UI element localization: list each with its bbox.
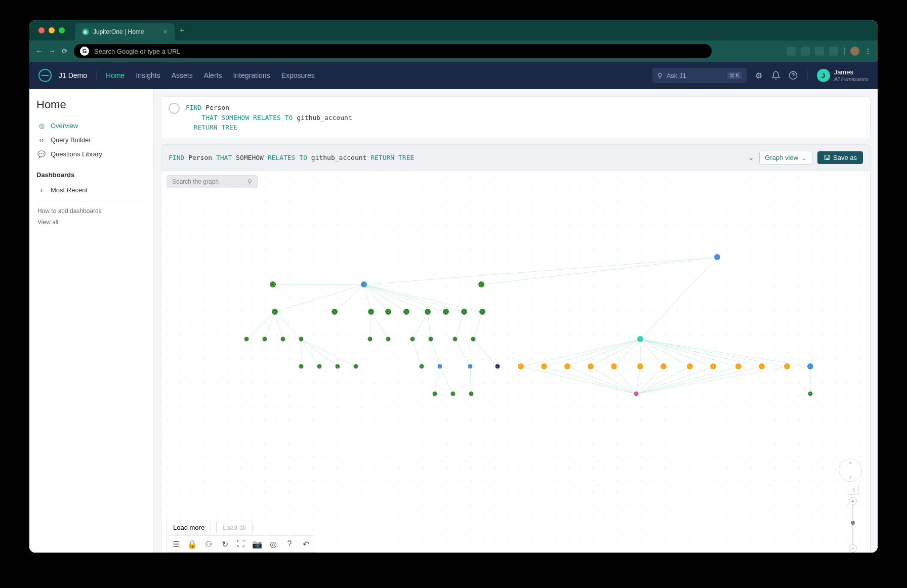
pan-control[interactable]: [839, 458, 862, 482]
load-more-button[interactable]: Load more: [167, 521, 211, 534]
user-menu[interactable]: J James All Permissions: [817, 68, 869, 82]
target-icon[interactable]: ◎: [266, 538, 280, 550]
graph-node[interactable]: [541, 363, 547, 369]
ask-input[interactable]: ⚲ Ask J1 ⌘ K: [652, 68, 747, 83]
graph-node[interactable]: [471, 337, 476, 341]
graph-node[interactable]: [451, 391, 456, 396]
graph-node[interactable]: [361, 281, 367, 287]
extension-icon[interactable]: [787, 47, 796, 56]
graph-node[interactable]: [270, 281, 276, 287]
nav-item-assets[interactable]: Assets: [172, 71, 193, 79]
forward-button[interactable]: →: [49, 47, 56, 55]
graph-node[interactable]: [443, 309, 449, 315]
filter-icon[interactable]: ☰: [169, 538, 183, 550]
graph-node[interactable]: [403, 309, 409, 315]
extension-icon[interactable]: [815, 47, 824, 56]
graph-node[interactable]: [385, 309, 391, 315]
load-all-button[interactable]: Load all: [216, 521, 253, 534]
graph-node[interactable]: [299, 364, 304, 368]
graph-node[interactable]: [637, 336, 643, 342]
browser-tab[interactable]: ◐ JupiterOne | Home ×: [75, 23, 175, 40]
bell-icon[interactable]: [771, 70, 781, 80]
browser-menu-icon[interactable]: ⋮: [864, 47, 872, 55]
graph-node[interactable]: [808, 391, 813, 396]
reset-view-button[interactable]: ⌂: [848, 484, 859, 495]
sidebar-link[interactable]: View all: [36, 217, 146, 228]
sidebar-item-overview[interactable]: ◎Overview: [36, 118, 146, 133]
graph-node[interactable]: [611, 363, 617, 369]
camera-icon[interactable]: 📷: [250, 538, 264, 550]
graph-node[interactable]: [468, 364, 473, 368]
graph-node[interactable]: [479, 309, 485, 315]
graph-node[interactable]: [281, 337, 285, 341]
graph-node[interactable]: [317, 364, 322, 368]
graph-node[interactable]: [807, 363, 813, 369]
url-input[interactable]: G Search Google or type a URL: [74, 44, 712, 58]
graph-node[interactable]: [368, 337, 373, 341]
graph-canvas[interactable]: Search the graph ⚲ Load more Load all ☰🔒…: [161, 171, 871, 553]
graph-node[interactable]: [244, 337, 249, 341]
nav-item-exposures[interactable]: Exposures: [281, 71, 315, 79]
graph-node[interactable]: [438, 364, 442, 368]
minimize-window[interactable]: [49, 27, 55, 33]
graph-node[interactable]: [564, 363, 570, 369]
new-tab-button[interactable]: +: [180, 26, 184, 35]
nav-item-alerts[interactable]: Alerts: [204, 71, 222, 79]
graph-node[interactable]: [714, 254, 720, 260]
graph-node[interactable]: [469, 391, 474, 396]
graph-node[interactable]: [368, 309, 374, 315]
graph-node[interactable]: [759, 363, 765, 369]
profile-avatar[interactable]: [850, 47, 859, 56]
nav-item-home[interactable]: Home: [106, 71, 125, 79]
graph-node[interactable]: [637, 363, 643, 369]
dashboard-item[interactable]: ›Most Recent: [36, 183, 146, 197]
tree-icon[interactable]: ⚇: [201, 538, 216, 550]
graph-node[interactable]: [735, 363, 741, 369]
graph-node[interactable]: [687, 363, 693, 369]
help-icon[interactable]: [788, 70, 798, 80]
nav-item-insights[interactable]: Insights: [136, 71, 160, 79]
settings-icon[interactable]: ⚙: [754, 70, 764, 80]
save-as-button[interactable]: 🖫 Save as: [817, 151, 863, 164]
graph-node[interactable]: [263, 337, 267, 341]
back-button[interactable]: ←: [35, 47, 43, 55]
sidebar-item-query-builder[interactable]: ‹›Query Builder: [36, 133, 146, 147]
chevron-down-icon[interactable]: ⌄: [748, 153, 754, 161]
graph-node[interactable]: [425, 309, 431, 315]
close-tab-icon[interactable]: ×: [163, 28, 168, 36]
graph-node[interactable]: [634, 391, 639, 396]
help-icon[interactable]: ?: [282, 538, 297, 550]
graph-node[interactable]: [478, 281, 484, 287]
nav-item-integrations[interactable]: Integrations: [233, 71, 270, 79]
graph-node[interactable]: [420, 364, 424, 368]
graph-node[interactable]: [332, 309, 338, 315]
zoom-out-button[interactable]: −: [849, 544, 857, 553]
graph-node[interactable]: [453, 337, 458, 341]
graph-search-input[interactable]: Search the graph ⚲: [167, 175, 258, 188]
reload-button[interactable]: ⟳: [62, 47, 68, 55]
extension-icon[interactable]: [829, 47, 838, 56]
maximize-window[interactable]: [59, 27, 65, 33]
graph-node[interactable]: [429, 337, 433, 341]
lock-icon[interactable]: 🔒: [185, 538, 199, 550]
refresh-icon[interactable]: ↻: [218, 538, 232, 550]
graph-node[interactable]: [518, 363, 524, 369]
close-window[interactable]: [38, 27, 45, 33]
graph-node[interactable]: [588, 363, 594, 369]
graph-node[interactable]: [784, 363, 790, 369]
graph-node[interactable]: [354, 364, 358, 368]
graph-node[interactable]: [410, 337, 415, 341]
graph-node[interactable]: [336, 364, 340, 368]
sidebar-item-questions-library[interactable]: 💬Questions Library: [36, 147, 146, 161]
graph-node[interactable]: [299, 337, 304, 341]
graph-node[interactable]: [496, 364, 500, 368]
graph-node[interactable]: [461, 309, 467, 315]
graph-node[interactable]: [272, 309, 278, 315]
view-mode-button[interactable]: Graph view ⌄: [759, 151, 812, 164]
graph-node[interactable]: [661, 363, 667, 369]
fullscreen-icon[interactable]: ⛶: [234, 538, 248, 550]
zoom-slider[interactable]: [852, 505, 853, 544]
graph-node[interactable]: [433, 391, 437, 396]
graph-node[interactable]: [386, 337, 391, 341]
zoom-in-button[interactable]: +: [849, 497, 857, 505]
